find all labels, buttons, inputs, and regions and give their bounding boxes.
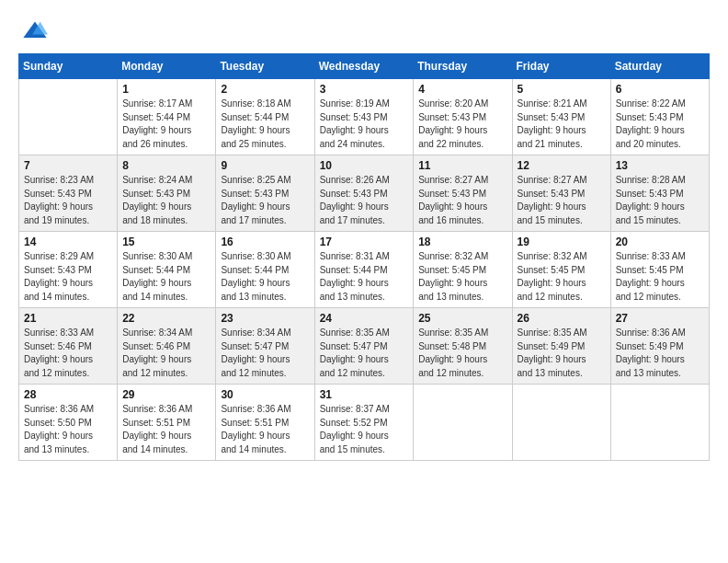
day-number: 20 (616, 236, 704, 248)
day-info: Sunrise: 8:29 AM Sunset: 5:43 PM Dayligh… (24, 250, 112, 304)
day-info: Sunrise: 8:30 AM Sunset: 5:44 PM Dayligh… (122, 250, 210, 304)
day-info: Sunrise: 8:20 AM Sunset: 5:43 PM Dayligh… (418, 98, 506, 151)
col-header-sunday: Sunday (19, 54, 118, 79)
col-header-thursday: Thursday (414, 54, 512, 79)
day-info: Sunrise: 8:32 AM Sunset: 5:45 PM Dayligh… (518, 250, 606, 304)
calendar-cell: 7Sunrise: 8:23 AM Sunset: 5:43 PM Daylig… (19, 155, 118, 232)
calendar-cell: 24Sunrise: 8:35 AM Sunset: 5:47 PM Dayli… (314, 308, 414, 385)
calendar-cell: 15Sunrise: 8:30 AM Sunset: 5:44 PM Dayli… (118, 232, 216, 308)
day-number: 13 (616, 159, 704, 172)
calendar-cell: 25Sunrise: 8:35 AM Sunset: 5:48 PM Dayli… (414, 308, 512, 385)
day-number: 7 (24, 159, 112, 172)
day-info: Sunrise: 8:30 AM Sunset: 5:44 PM Dayligh… (221, 250, 309, 304)
day-info: Sunrise: 8:24 AM Sunset: 5:43 PM Dayligh… (122, 174, 210, 227)
calendar-cell (610, 385, 709, 461)
day-number: 21 (24, 312, 112, 325)
day-info: Sunrise: 8:36 AM Sunset: 5:51 PM Dayligh… (122, 403, 210, 456)
calendar-cell: 1Sunrise: 8:17 AM Sunset: 5:44 PM Daylig… (118, 79, 216, 155)
calendar-cell: 3Sunrise: 8:19 AM Sunset: 5:43 PM Daylig… (314, 79, 414, 155)
calendar-cell: 11Sunrise: 8:27 AM Sunset: 5:43 PM Dayli… (414, 155, 512, 232)
calendar-cell: 5Sunrise: 8:21 AM Sunset: 5:43 PM Daylig… (512, 79, 610, 155)
day-number: 29 (122, 388, 210, 401)
day-number: 15 (122, 236, 210, 248)
calendar-cell: 4Sunrise: 8:20 AM Sunset: 5:43 PM Daylig… (414, 79, 512, 155)
calendar-cell: 8Sunrise: 8:24 AM Sunset: 5:43 PM Daylig… (118, 155, 216, 232)
col-header-friday: Friday (512, 54, 610, 79)
day-info: Sunrise: 8:36 AM Sunset: 5:51 PM Dayligh… (221, 403, 309, 456)
day-info: Sunrise: 8:18 AM Sunset: 5:44 PM Dayligh… (221, 98, 309, 151)
calendar-cell: 9Sunrise: 8:25 AM Sunset: 5:43 PM Daylig… (216, 155, 314, 232)
col-header-saturday: Saturday (610, 54, 709, 79)
calendar-cell (512, 385, 610, 461)
day-number: 25 (418, 312, 506, 325)
calendar-cell: 14Sunrise: 8:29 AM Sunset: 5:43 PM Dayli… (19, 232, 118, 308)
day-number: 11 (418, 159, 506, 172)
calendar-cell: 6Sunrise: 8:22 AM Sunset: 5:43 PM Daylig… (610, 79, 709, 155)
calendar-cell: 29Sunrise: 8:36 AM Sunset: 5:51 PM Dayli… (118, 385, 216, 461)
day-info: Sunrise: 8:36 AM Sunset: 5:49 PM Dayligh… (616, 327, 704, 380)
day-info: Sunrise: 8:27 AM Sunset: 5:43 PM Dayligh… (518, 174, 606, 227)
day-info: Sunrise: 8:26 AM Sunset: 5:43 PM Dayligh… (320, 174, 409, 227)
calendar-cell: 2Sunrise: 8:18 AM Sunset: 5:44 PM Daylig… (216, 79, 314, 155)
day-info: Sunrise: 8:35 AM Sunset: 5:48 PM Dayligh… (418, 327, 506, 380)
day-info: Sunrise: 8:35 AM Sunset: 5:47 PM Dayligh… (320, 327, 409, 380)
day-info: Sunrise: 8:23 AM Sunset: 5:43 PM Dayligh… (24, 174, 112, 227)
calendar-cell: 30Sunrise: 8:36 AM Sunset: 5:51 PM Dayli… (216, 385, 314, 461)
day-info: Sunrise: 8:33 AM Sunset: 5:45 PM Dayligh… (616, 250, 704, 304)
page-header (18, 18, 710, 44)
day-info: Sunrise: 8:27 AM Sunset: 5:43 PM Dayligh… (418, 174, 506, 227)
calendar-cell: 16Sunrise: 8:30 AM Sunset: 5:44 PM Dayli… (216, 232, 314, 308)
calendar-cell: 20Sunrise: 8:33 AM Sunset: 5:45 PM Dayli… (610, 232, 709, 308)
col-header-tuesday: Tuesday (216, 54, 314, 79)
day-number: 27 (616, 312, 704, 325)
logo-icon (22, 18, 48, 44)
day-number: 6 (616, 83, 704, 96)
calendar-cell: 31Sunrise: 8:37 AM Sunset: 5:52 PM Dayli… (314, 385, 414, 461)
logo (18, 18, 48, 44)
day-info: Sunrise: 8:22 AM Sunset: 5:43 PM Dayligh… (616, 98, 704, 151)
day-number: 17 (320, 236, 409, 248)
calendar-cell: 13Sunrise: 8:28 AM Sunset: 5:43 PM Dayli… (610, 155, 709, 232)
day-number: 22 (122, 312, 210, 325)
day-info: Sunrise: 8:37 AM Sunset: 5:52 PM Dayligh… (320, 403, 409, 456)
day-number: 9 (221, 159, 309, 172)
day-number: 19 (518, 236, 606, 248)
day-number: 30 (221, 388, 309, 401)
day-number: 5 (518, 83, 606, 96)
day-info: Sunrise: 8:32 AM Sunset: 5:45 PM Dayligh… (418, 250, 506, 304)
day-info: Sunrise: 8:35 AM Sunset: 5:49 PM Dayligh… (518, 327, 606, 380)
day-info: Sunrise: 8:21 AM Sunset: 5:43 PM Dayligh… (518, 98, 606, 151)
day-number: 4 (418, 83, 506, 96)
day-number: 1 (122, 83, 210, 96)
day-number: 24 (320, 312, 409, 325)
day-info: Sunrise: 8:17 AM Sunset: 5:44 PM Dayligh… (122, 98, 210, 151)
day-number: 12 (518, 159, 606, 172)
calendar-cell: 22Sunrise: 8:34 AM Sunset: 5:46 PM Dayli… (118, 308, 216, 385)
calendar-cell: 12Sunrise: 8:27 AM Sunset: 5:43 PM Dayli… (512, 155, 610, 232)
calendar-cell: 26Sunrise: 8:35 AM Sunset: 5:49 PM Dayli… (512, 308, 610, 385)
col-header-wednesday: Wednesday (314, 54, 414, 79)
day-info: Sunrise: 8:31 AM Sunset: 5:44 PM Dayligh… (320, 250, 409, 304)
calendar-cell: 21Sunrise: 8:33 AM Sunset: 5:46 PM Dayli… (19, 308, 118, 385)
day-number: 3 (320, 83, 409, 96)
calendar-cell: 17Sunrise: 8:31 AM Sunset: 5:44 PM Dayli… (314, 232, 414, 308)
day-info: Sunrise: 8:25 AM Sunset: 5:43 PM Dayligh… (221, 174, 309, 227)
calendar-cell: 18Sunrise: 8:32 AM Sunset: 5:45 PM Dayli… (414, 232, 512, 308)
day-info: Sunrise: 8:28 AM Sunset: 5:43 PM Dayligh… (616, 174, 704, 227)
day-number: 18 (418, 236, 506, 248)
day-number: 8 (122, 159, 210, 172)
calendar-cell: 23Sunrise: 8:34 AM Sunset: 5:47 PM Dayli… (216, 308, 314, 385)
calendar-cell (414, 385, 512, 461)
day-info: Sunrise: 8:19 AM Sunset: 5:43 PM Dayligh… (320, 98, 409, 151)
day-number: 31 (320, 388, 409, 401)
calendar-table: SundayMondayTuesdayWednesdayThursdayFrid… (18, 53, 710, 461)
day-number: 14 (24, 236, 112, 248)
day-number: 10 (320, 159, 409, 172)
day-info: Sunrise: 8:34 AM Sunset: 5:47 PM Dayligh… (221, 327, 309, 380)
day-number: 28 (24, 388, 112, 401)
calendar-cell: 19Sunrise: 8:32 AM Sunset: 5:45 PM Dayli… (512, 232, 610, 308)
day-number: 23 (221, 312, 309, 325)
day-number: 26 (518, 312, 606, 325)
calendar-cell: 28Sunrise: 8:36 AM Sunset: 5:50 PM Dayli… (19, 385, 118, 461)
day-info: Sunrise: 8:33 AM Sunset: 5:46 PM Dayligh… (24, 327, 112, 380)
